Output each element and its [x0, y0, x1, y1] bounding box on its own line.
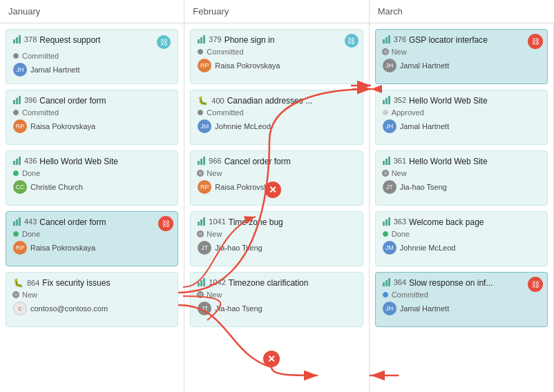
- bar-chart-icon: [198, 157, 205, 165]
- card-376[interactable]: 376 GSP locator interface New JH Jamal H…: [375, 29, 548, 84]
- bar-chart-icon: [13, 35, 21, 43]
- bar-chart-icon: [13, 96, 21, 104]
- card-status: New: [383, 48, 540, 56]
- card-id: 436: [13, 157, 37, 165]
- card-id: 1042: [198, 278, 225, 286]
- card-966[interactable]: 966 Cancel order form New RP Raisa Pokro…: [190, 150, 363, 206]
- status-dot: [198, 292, 203, 297]
- card-assignee: JT Jia-hao Tseng: [198, 241, 355, 255]
- avatar: RP: [13, 119, 27, 133]
- status-dot: [13, 170, 19, 176]
- status-dot: [383, 110, 388, 115]
- card-status: Committed: [198, 108, 355, 117]
- card-assignee: CC Christie Church: [13, 180, 171, 194]
- card-assignee: JT Jia-hao Tseng: [198, 302, 355, 315]
- card-id: 352: [383, 96, 406, 104]
- card-378[interactable]: 378 Request support ⛓ Committed JH Jamal…: [6, 29, 178, 84]
- card-assignee: RP Raisa Pokrovskaya: [13, 241, 171, 255]
- link-badge-378: ⛓: [157, 35, 171, 49]
- february-column: 379 Phone sign in Committed RP Raisa Pok…: [184, 23, 369, 392]
- bar-chart-icon: [383, 217, 390, 226]
- avatar: JT: [198, 241, 211, 255]
- card-status: Committed: [383, 291, 540, 299]
- card-id: 396: [13, 96, 37, 104]
- card-436[interactable]: 436 Hello World Web Site Done CC Christi…: [6, 150, 178, 206]
- status-dot: [198, 49, 203, 55]
- card-assignee: C contoso@contoso.com: [13, 302, 171, 315]
- status-dot: [198, 231, 203, 237]
- status-dot: [13, 231, 19, 237]
- card-396[interactable]: 396 Cancel order form Committed RP Raisa…: [6, 90, 178, 145]
- link-icon-443[interactable]: ⛓: [158, 216, 173, 231]
- avatar: JH: [13, 63, 27, 77]
- bar-chart-icon: [198, 217, 205, 226]
- status-dot: [383, 49, 388, 55]
- status-dot: [13, 110, 19, 115]
- bar-chart-icon: [383, 96, 390, 104]
- bar-chart-icon: [198, 35, 205, 43]
- card-assignee: JM Johnnie McLeod: [383, 241, 540, 255]
- card-id: 🐛 400: [198, 96, 224, 106]
- calendar-body: 378 Request support ⛓ Committed JH Jamal…: [0, 23, 554, 392]
- card-364[interactable]: 364 Slow response on inf... Committed JH…: [375, 272, 548, 327]
- card-379[interactable]: 379 Phone sign in Committed RP Raisa Pok…: [190, 29, 363, 84]
- card-352[interactable]: 352 Hello World Web Site Approved JH Jam…: [375, 90, 548, 145]
- avatar: RP: [13, 241, 27, 255]
- bar-chart-icon: [13, 157, 21, 165]
- card-id: 376: [383, 35, 406, 43]
- status-dot: [13, 53, 19, 59]
- card-assignee: JM Johnnie McLeod: [198, 119, 355, 133]
- month-jan: January: [0, 0, 184, 23]
- bar-chart-icon: [383, 278, 390, 286]
- card-443[interactable]: 443 Cancel order form Done RP Raisa Pokr…: [6, 211, 178, 266]
- card-id: 378: [13, 35, 37, 43]
- bug-icon: 🐛: [198, 96, 208, 106]
- card-id: 364: [383, 278, 406, 286]
- avatar: CC: [13, 180, 27, 194]
- card-361[interactable]: 361 Hello World Web Site New JT Jia-hao …: [375, 150, 548, 206]
- card-864[interactable]: 🐛 864 Fix security issues New C contoso@…: [6, 272, 178, 327]
- avatar: C: [13, 302, 27, 315]
- card-status: Committed: [13, 52, 171, 60]
- status-dot: [383, 292, 388, 297]
- avatar: JH: [383, 59, 397, 72]
- status-dot: [198, 110, 203, 115]
- card-1042[interactable]: 1042 Timezone clarification New JT Jia-h…: [190, 272, 363, 327]
- card-status: Approved: [383, 108, 540, 117]
- bar-chart-icon: [13, 217, 21, 226]
- card-status: New: [198, 230, 355, 238]
- avatar: JH: [383, 119, 397, 133]
- calendar-header: January February March: [0, 0, 554, 23]
- card-id: 🐛 864: [13, 278, 39, 288]
- avatar: JT: [198, 302, 211, 315]
- avatar: JM: [198, 119, 211, 133]
- status-dot: [383, 231, 388, 237]
- avatar: JT: [383, 180, 397, 194]
- card-id: 361: [383, 157, 406, 165]
- month-mar: March: [370, 0, 554, 23]
- link-icon-376[interactable]: ⛓: [528, 34, 543, 49]
- card-status: New: [383, 169, 540, 177]
- status-dot: [383, 170, 388, 176]
- card-status: New: [198, 169, 355, 177]
- card-id: 966: [198, 157, 221, 165]
- card-363[interactable]: 363 Welcome back page Done JM Johnnie Mc…: [375, 211, 548, 266]
- avatar: RP: [198, 59, 211, 72]
- card-id: 1041: [198, 217, 225, 226]
- month-feb: February: [184, 0, 369, 23]
- card-assignee: RP Raisa Pokrovskaya: [13, 119, 171, 133]
- card-id: 443: [13, 217, 37, 226]
- card-400[interactable]: 🐛 400 Canadian addresses ... Committed J…: [190, 90, 363, 145]
- card-1041[interactable]: 1041 Time zone bug New JT Jia-hao Tseng: [190, 211, 363, 266]
- bar-chart-icon: [383, 35, 390, 43]
- march-column: 376 GSP locator interface New JH Jamal H…: [370, 23, 554, 392]
- card-status: New: [198, 291, 355, 299]
- card-assignee: JH Jamal Hartnett: [383, 119, 540, 133]
- card-id: 379: [198, 35, 221, 43]
- avatar: RP: [198, 180, 211, 194]
- card-assignee: JH Jamal Hartnett: [383, 59, 540, 72]
- link-icon-364[interactable]: ⛓: [528, 277, 543, 292]
- card-status: Committed: [198, 48, 355, 56]
- card-assignee: JT Jia-hao Tseng: [383, 180, 540, 194]
- card-id: 363: [383, 217, 406, 226]
